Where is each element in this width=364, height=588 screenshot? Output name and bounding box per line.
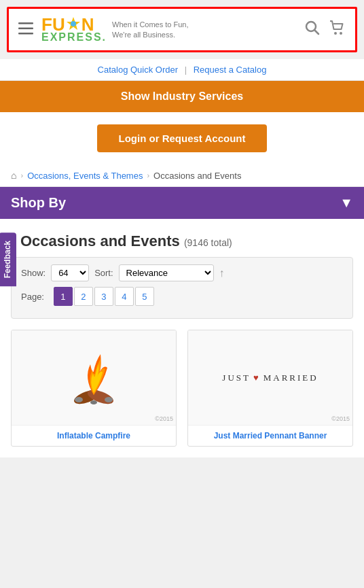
login-button[interactable]: Login or Request Account [97, 124, 268, 152]
svg-point-8 [340, 32, 342, 35]
hamburger-menu-icon[interactable] [18, 22, 33, 37]
controls-bar: Show: 16 32 64 128 Sort: Relevance Price… [11, 257, 353, 319]
shop-by-label: Shop By [11, 195, 66, 211]
product-copyright-campfire: ©2015 [155, 415, 173, 422]
breadcrumb-level2: Occasions and Events [153, 171, 241, 181]
product-image-campfire: ©2015 [12, 330, 176, 426]
cart-icon[interactable] [329, 20, 346, 39]
header-icons [305, 20, 346, 39]
show-label: Show: [21, 268, 46, 278]
svg-point-13 [90, 400, 97, 404]
product-card-campfire[interactable]: ©2015 Inflatable Campfire [11, 330, 177, 447]
pagination-row: Page: 1 2 3 4 5 [21, 287, 343, 306]
show-sort-row: Show: 16 32 64 128 Sort: Relevance Price… [21, 264, 343, 281]
content-area: Feedback Occasions and Events (9146 tota… [0, 219, 364, 457]
product-copyright-just-married: ©2015 [331, 415, 350, 422]
product-grid: ©2015 Inflatable Campfire JUST♥MARRIED ©… [0, 319, 364, 457]
logo[interactable]: F U N EXPRESS. When it Comes to Fun, We'… [41, 16, 305, 44]
product-card-just-married[interactable]: JUST♥MARRIED ©2015 Just Married Pennant … [187, 330, 353, 447]
svg-rect-2 [18, 33, 33, 35]
page-btn-5[interactable]: 5 [135, 287, 154, 306]
home-icon[interactable]: ⌂ [11, 170, 16, 181]
page-count: (9146 total) [184, 237, 232, 248]
breadcrumb: ⌂ › Occasions, Events & Themes › Occasio… [0, 165, 364, 187]
svg-point-4 [71, 21, 76, 27]
logo-tagline: When it Comes to Fun, We're all Business… [112, 20, 189, 39]
shop-by-bar[interactable]: Shop By ▼ [0, 187, 364, 219]
page-label: Page: [21, 292, 44, 302]
header: F U N EXPRESS. When it Comes to Fun, We'… [9, 9, 355, 50]
page-title-text: Occasions and Events [20, 232, 180, 249]
svg-point-12 [105, 397, 113, 402]
breadcrumb-chevron-2: › [147, 171, 149, 179]
svg-rect-0 [18, 22, 33, 24]
request-catalog-link[interactable]: Request a Catalog [194, 65, 267, 75]
search-icon[interactable] [305, 20, 320, 39]
product-name-just-married: Just Married Pennant Banner [188, 426, 352, 446]
catalog-quick-order-link[interactable]: Catalog Quick Order [98, 65, 179, 75]
show-select[interactable]: 16 32 64 128 [51, 264, 89, 281]
product-image-just-married: JUST♥MARRIED ©2015 [188, 330, 352, 426]
sort-label: Sort: [94, 268, 113, 278]
logo-text: F U N EXPRESS. [41, 16, 107, 44]
sub-nav: Catalog Quick Order | Request a Catalog [0, 59, 364, 81]
pagination: 1 2 3 4 5 [54, 287, 154, 306]
svg-rect-1 [18, 28, 33, 30]
svg-point-10 [86, 387, 115, 407]
industry-services-banner[interactable]: Show Industry Services [0, 81, 364, 112]
just-married-text-image: JUST♥MARRIED [222, 373, 318, 383]
page-btn-1[interactable]: 1 [54, 287, 73, 306]
page-btn-3[interactable]: 3 [94, 287, 113, 306]
page-btn-2[interactable]: 2 [74, 287, 93, 306]
breadcrumb-chevron-1: › [20, 171, 23, 179]
svg-line-6 [315, 30, 319, 34]
nav-separator: | [185, 65, 187, 75]
sort-up-arrow-icon[interactable]: ↑ [219, 267, 225, 279]
sort-select[interactable]: Relevance Price: Low to High Price: High… [119, 264, 214, 281]
login-section: Login or Request Account [0, 112, 364, 165]
page-title-section: Occasions and Events (9146 total) [0, 219, 364, 257]
breadcrumb-level1[interactable]: Occasions, Events & Themes [27, 171, 143, 181]
svg-point-7 [334, 32, 337, 35]
product-name-campfire: Inflatable Campfire [12, 426, 176, 446]
page-btn-4[interactable]: 4 [115, 287, 134, 306]
header-container: F U N EXPRESS. When it Comes to Fun, We'… [7, 7, 357, 52]
shop-by-arrow-icon: ▼ [340, 195, 353, 211]
page-title: Occasions and Events (9146 total) [20, 232, 353, 250]
svg-point-11 [75, 397, 83, 402]
feedback-tab[interactable]: Feedback [0, 232, 16, 286]
